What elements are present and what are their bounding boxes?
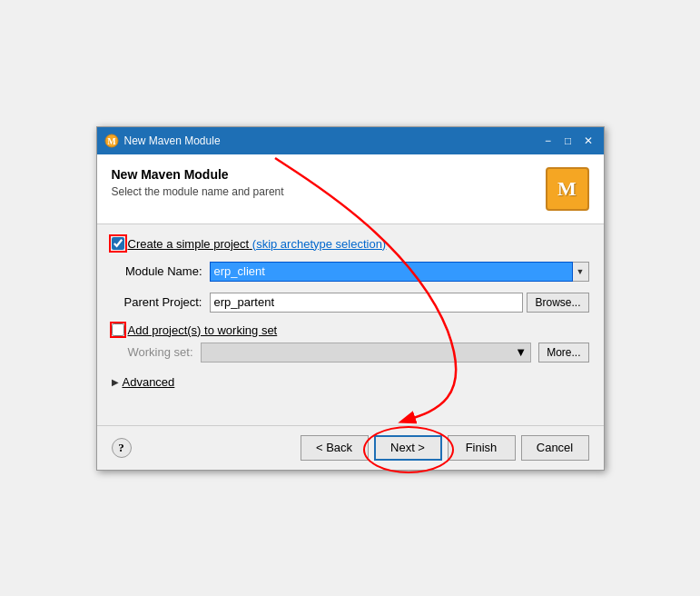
parent-project-label: Parent Project: bbox=[112, 295, 202, 309]
working-set-combo[interactable]: ▼ bbox=[201, 343, 532, 363]
parent-project-row: Parent Project: Browse... bbox=[112, 293, 589, 313]
simple-project-checkbox[interactable] bbox=[112, 237, 124, 250]
maven-icon: M bbox=[546, 167, 589, 211]
footer-right: < Back Next > Finish Cancel bbox=[301, 435, 589, 461]
browse-button[interactable]: Browse... bbox=[527, 293, 588, 313]
simple-project-row: Create a simple project (skip archetype … bbox=[112, 237, 589, 251]
advanced-label: Advanced bbox=[123, 375, 175, 389]
dialog-title-icon: M bbox=[104, 134, 119, 148]
dialog-title: New Maven Module bbox=[124, 134, 221, 147]
working-set-combo-arrow: ▼ bbox=[515, 345, 527, 359]
finish-button[interactable]: Finish bbox=[448, 435, 516, 461]
minimize-button[interactable]: − bbox=[540, 133, 557, 149]
more-button[interactable]: More... bbox=[538, 343, 588, 363]
header-title: New Maven Module bbox=[112, 167, 284, 182]
dialog-footer: ? < Back Next > Finish Cancel bbox=[97, 425, 604, 470]
footer-left: ? bbox=[112, 438, 132, 458]
next-button-wrapper: Next > bbox=[374, 435, 442, 461]
title-bar-left: M New Maven Module bbox=[104, 134, 221, 148]
working-set-combo-row: Working set: ▼ More... bbox=[112, 343, 589, 363]
working-set-section: Add project(s) to working set Working se… bbox=[112, 323, 589, 363]
module-name-input-wrap: ▼ bbox=[210, 262, 589, 282]
working-set-combo-label: Working set: bbox=[112, 345, 193, 359]
working-set-checkbox-row: Add project(s) to working set bbox=[112, 323, 589, 337]
maven-icon-letter: M bbox=[557, 177, 577, 201]
svg-text:M: M bbox=[107, 136, 116, 146]
title-bar: M New Maven Module − □ ✕ bbox=[97, 127, 604, 154]
module-name-dropdown[interactable]: ▼ bbox=[573, 262, 589, 282]
working-set-checkbox[interactable] bbox=[112, 323, 124, 336]
dialog-container: M New Maven Module − □ ✕ New Maven Modul… bbox=[96, 126, 605, 471]
parent-project-input-wrap: Browse... bbox=[210, 293, 589, 313]
help-button[interactable]: ? bbox=[112, 438, 132, 458]
dialog-header: New Maven Module Select the module name … bbox=[97, 154, 604, 224]
maximize-button[interactable]: □ bbox=[560, 133, 577, 149]
title-controls: − □ ✕ bbox=[540, 133, 596, 149]
module-name-label: Module Name: bbox=[112, 264, 202, 278]
cancel-button[interactable]: Cancel bbox=[521, 435, 589, 461]
dialog-body: Create a simple project (skip archetype … bbox=[97, 224, 604, 425]
working-set-label[interactable]: Add project(s) to working set bbox=[128, 323, 278, 337]
parent-project-input[interactable] bbox=[210, 293, 524, 313]
back-button[interactable]: < Back bbox=[301, 435, 369, 461]
advanced-arrow-icon: ▶ bbox=[112, 377, 119, 387]
header-subtitle: Select the module name and parent bbox=[112, 185, 284, 198]
module-name-input[interactable] bbox=[210, 262, 573, 282]
next-button[interactable]: Next > bbox=[374, 435, 442, 461]
module-name-row: Module Name: ▼ bbox=[112, 262, 589, 282]
header-text: New Maven Module Select the module name … bbox=[112, 167, 284, 198]
simple-project-label[interactable]: Create a simple project (skip archetype … bbox=[128, 237, 387, 251]
close-button[interactable]: ✕ bbox=[580, 133, 596, 149]
advanced-row[interactable]: ▶ Advanced bbox=[112, 373, 589, 391]
